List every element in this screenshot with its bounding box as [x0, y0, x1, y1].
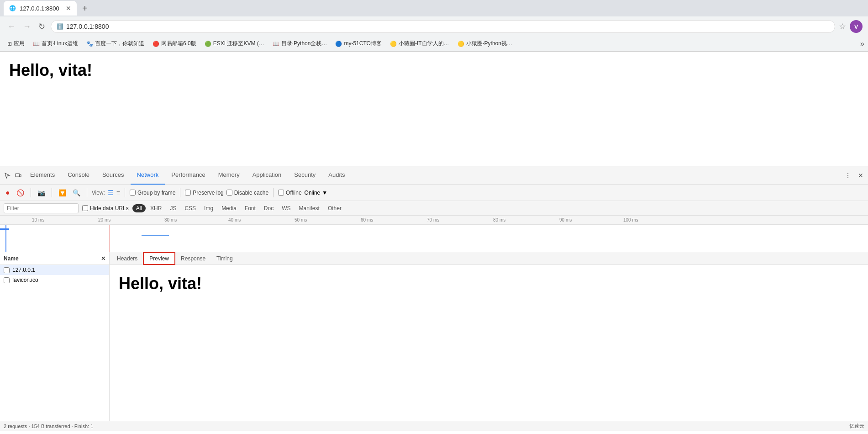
bookmark-button[interactable]: ☆ — [839, 21, 846, 32]
watermark: 亿速云 — [849, 423, 864, 429]
filter-tag-xhr[interactable]: XHR — [147, 204, 165, 212]
tab-console[interactable]: Console — [61, 166, 96, 185]
preview-tab-headers[interactable]: Headers — [111, 252, 143, 265]
user-avatar[interactable]: V — [850, 20, 863, 33]
screenshot-button[interactable]: 📷 — [36, 188, 47, 197]
reload-button[interactable]: ↻ — [37, 20, 47, 33]
toolbar-divider-2 — [52, 188, 52, 197]
tab-audits[interactable]: Audits — [322, 166, 351, 185]
bookmark-esxi[interactable]: 🟢 ESXI 迁移至KVM (… — [201, 39, 268, 48]
toolbar-divider-1 — [31, 188, 31, 197]
devtools-close-button[interactable]: ✕ — [855, 170, 866, 181]
bookmark-51cto[interactable]: 🔵 my-51CTO博客 — [331, 39, 385, 48]
security-icon: ℹ️ — [57, 23, 63, 30]
tab-memory[interactable]: Memory — [212, 166, 246, 185]
filter-bar: Hide data URLs All XHR JS CSS Img Media … — [0, 201, 868, 216]
filter-toggle-button[interactable]: 🔽 — [57, 188, 68, 197]
preview-tab-timing[interactable]: Timing — [211, 252, 238, 265]
device-toolbar-icon[interactable] — [13, 170, 24, 181]
apps-icon: ⊞ — [7, 41, 12, 47]
tab-favicon: 🌐 — [9, 5, 16, 11]
disable-cache-checkbox[interactable]: Disable cache — [226, 190, 268, 196]
bookmark-label: 首页·Linux运维 — [42, 40, 78, 48]
toolbar-divider-5 — [180, 188, 180, 197]
view-group-button[interactable]: ≡ — [116, 189, 120, 196]
new-tab-button[interactable]: + — [79, 1, 91, 16]
back-button[interactable]: ← — [5, 20, 17, 33]
toolbar-divider-4 — [125, 188, 125, 197]
bookmark-label: 目录·Python全栈… — [281, 40, 327, 48]
filter-tag-media[interactable]: Media — [218, 204, 240, 212]
cursor-icon[interactable] — [2, 170, 13, 181]
request-checkbox-favicon[interactable] — [4, 277, 10, 283]
devtools-panel: Elements Console Sources Network Perform… — [0, 166, 868, 431]
name-column: Name ✕ 127.0.0.1 favicon.ico — [0, 252, 110, 421]
xiaoyuan2-icon: 🟡 — [458, 41, 464, 47]
throttle-dropdown-icon[interactable]: ▼ — [322, 190, 327, 196]
preview-tab-bar: Headers Preview Response Timing — [110, 252, 868, 265]
page-main-title: Hello, vita! — [9, 61, 859, 80]
baidu-icon: 🐾 — [86, 41, 93, 47]
bookmark-python[interactable]: 📖 目录·Python全栈… — [269, 39, 331, 48]
bookmark-apps[interactable]: ⊞ 应用 — [4, 39, 28, 48]
filter-tags: All XHR JS CSS Img Media Font Doc WS Man… — [132, 204, 345, 212]
hide-data-urls-checkbox[interactable]: Hide data URLs — [82, 205, 129, 212]
throttling-select[interactable]: Online ▼ — [305, 190, 328, 196]
filter-tag-css[interactable]: CSS — [181, 204, 200, 212]
xiaoyuan1-icon: 🟡 — [390, 41, 397, 47]
bookmarks-more-button[interactable]: » — [860, 40, 864, 48]
tab-elements[interactable]: Elements — [24, 166, 61, 185]
preview-tab-response[interactable]: Response — [175, 252, 211, 265]
bookmark-linux[interactable]: 📖 首页·Linux运维 — [29, 39, 82, 48]
search-button[interactable]: 🔍 — [71, 188, 82, 197]
tab-close-button[interactable]: ✕ — [66, 5, 71, 12]
offline-checkbox[interactable]: Offline — [278, 190, 301, 196]
filter-tag-img[interactable]: Img — [200, 204, 217, 212]
tab-application[interactable]: Application — [246, 166, 288, 185]
bookmark-163mail[interactable]: 🔴 网易邮箱6.0版 — [149, 39, 200, 48]
bookmark-xiaoyuan1[interactable]: 🟡 小猿圈-IT自学人的… — [386, 39, 453, 48]
bookmark-icon: 📖 — [33, 41, 40, 47]
active-tab[interactable]: 🌐 127.0.0.1:8800 ✕ — [4, 1, 77, 16]
status-text: 2 requests · 154 B transferred · Finish:… — [4, 423, 93, 429]
view-list-button[interactable]: ☰ — [108, 189, 114, 196]
timeline-ruler: 10 ms 20 ms 30 ms 40 ms 50 ms 60 ms 70 m… — [0, 216, 868, 225]
record-button[interactable]: ● — [4, 188, 12, 198]
forward-button[interactable]: → — [21, 20, 33, 33]
filter-tag-other[interactable]: Other — [324, 204, 345, 212]
name-column-header: Name ✕ — [0, 252, 109, 265]
timeline-content[interactable] — [0, 225, 868, 252]
close-preview-button[interactable]: ✕ — [101, 255, 105, 262]
group-by-frame-checkbox[interactable]: Group by frame — [130, 190, 175, 196]
filter-tag-doc[interactable]: Doc — [260, 204, 277, 212]
filter-tag-manifest[interactable]: Manifest — [295, 204, 323, 212]
clear-button[interactable]: 🚫 — [15, 188, 26, 197]
request-item-127[interactable]: 127.0.0.1 — [0, 265, 109, 275]
svg-rect-0 — [16, 174, 20, 177]
filter-tag-js[interactable]: JS — [166, 204, 180, 212]
toolbar-divider-3 — [87, 188, 87, 197]
preserve-log-checkbox[interactable]: Preserve log — [185, 190, 223, 196]
tab-performance[interactable]: Performance — [165, 166, 211, 185]
preview-page-title: Hello, vita! — [119, 274, 859, 293]
toolbar-divider-6 — [273, 188, 274, 197]
url-display[interactable]: 127.0.0.1:8800 — [66, 23, 109, 30]
filter-tag-ws[interactable]: WS — [278, 204, 294, 212]
devtools-tab-bar: Elements Console Sources Network Perform… — [0, 166, 868, 185]
filter-input[interactable] — [4, 203, 79, 213]
bookmark-baidu[interactable]: 🐾 百度一下，你就知道 — [83, 39, 148, 48]
preview-content-area: Hello, vita! — [110, 265, 868, 421]
preview-tab-preview[interactable]: Preview — [143, 252, 175, 265]
request-name-favicon: favicon.ico — [12, 277, 38, 283]
request-checkbox-127[interactable] — [4, 267, 10, 273]
devtools-more-button[interactable]: ⋮ — [842, 170, 853, 181]
bookmark-label: my-51CTO博客 — [344, 40, 381, 48]
tab-network[interactable]: Network — [131, 166, 165, 185]
filter-tag-all[interactable]: All — [132, 204, 146, 212]
request-item-favicon[interactable]: favicon.ico — [0, 275, 109, 285]
tab-security[interactable]: Security — [288, 166, 322, 185]
main-panel: Name ✕ 127.0.0.1 favicon.ico Headers Pre… — [0, 252, 868, 421]
tab-sources[interactable]: Sources — [96, 166, 131, 185]
bookmark-xiaoyuan2[interactable]: 🟡 小猿圈-Python视… — [454, 39, 516, 48]
filter-tag-font[interactable]: Font — [241, 204, 259, 212]
